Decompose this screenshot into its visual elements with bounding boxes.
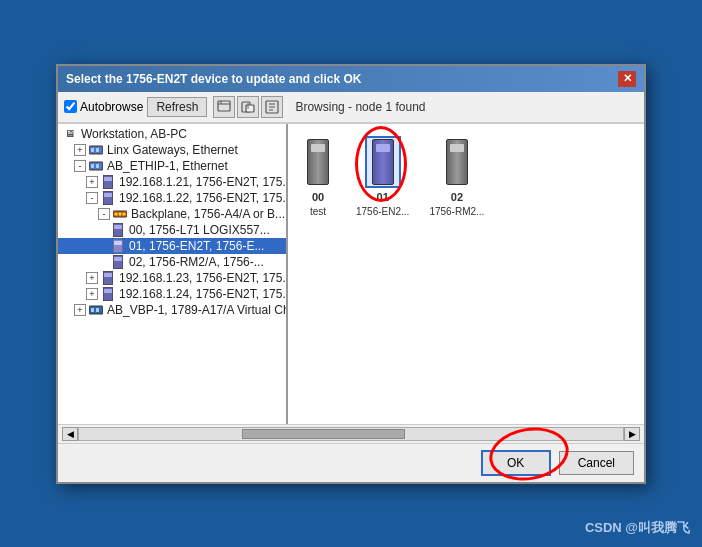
close-button[interactable]: ✕	[618, 71, 636, 87]
tree-label-workstation: Workstation, AB-PC	[81, 127, 187, 141]
svg-point-22	[119, 212, 122, 215]
device-name-02: 1756-RM2...	[429, 206, 484, 217]
ip23-expand-icon[interactable]: +	[86, 272, 98, 284]
device-module-02	[446, 139, 468, 185]
svg-rect-11	[91, 148, 94, 152]
ab-vbp1-expand-icon[interactable]: +	[74, 304, 86, 316]
icon-browse1[interactable]	[213, 96, 235, 118]
dialog-title: Select the 1756-EN2T device to update an…	[66, 72, 361, 86]
icon-browse2[interactable]	[237, 96, 259, 118]
ip21-icon	[100, 175, 116, 189]
icon-browse3[interactable]	[261, 96, 283, 118]
tree-item-slot01[interactable]: 01, 1756-EN2T, 1756-E...	[58, 238, 286, 254]
tree-item-ab-ethip1[interactable]: - AB_ETHIP-1, Ethernet	[58, 158, 286, 174]
device-module-00	[307, 139, 329, 185]
browse-status: Browsing - node 1 found	[295, 100, 425, 114]
svg-rect-27	[114, 241, 122, 245]
ab-ethip1-icon	[88, 159, 104, 173]
tree-item-ip21[interactable]: + 192.168.1.21, 1756-EN2T, 175...	[58, 174, 286, 190]
svg-rect-14	[91, 164, 94, 168]
ip24-icon	[100, 287, 116, 301]
device-grid: 00 test 01 1756-EN2...	[296, 132, 636, 221]
svg-rect-29	[114, 257, 122, 261]
svg-rect-17	[104, 177, 112, 181]
device-module-01	[372, 139, 394, 185]
linx-expand-icon[interactable]: +	[74, 144, 86, 156]
toolbar-icons	[213, 96, 283, 118]
device-name-01: 1756-EN2...	[356, 206, 409, 217]
svg-rect-25	[114, 225, 122, 229]
autobrowse-checkbox[interactable]	[64, 100, 77, 113]
tree-item-workstation[interactable]: 🖥 Workstation, AB-PC	[58, 126, 286, 142]
browse2-icon	[241, 100, 255, 114]
backplane-icon	[112, 207, 128, 221]
ip24-expand-icon[interactable]: +	[86, 288, 98, 300]
autobrowse-label: Autobrowse	[80, 100, 143, 114]
device-item-01[interactable]: 01 1756-EN2...	[352, 132, 413, 221]
workstation-icon: 🖥	[62, 127, 78, 141]
device-name-00: test	[310, 206, 326, 217]
autobrowse-checkbox-label[interactable]: Autobrowse	[64, 100, 143, 114]
tree-item-ip23[interactable]: + 192.168.1.23, 1756-EN2T, 175...	[58, 270, 286, 286]
horizontal-scrollbar-area: ◀ ▶	[58, 424, 644, 443]
tree-item-slot00[interactable]: 00, 1756-L71 LOGIX557...	[58, 222, 286, 238]
tree-label-linx: Linx Gateways, Ethernet	[107, 143, 238, 157]
svg-rect-4	[246, 105, 254, 112]
left-tree-pane: 🖥 Workstation, AB-PC + Linx Gateways, Et…	[58, 124, 288, 424]
bottom-button-bar: OK Cancel	[58, 443, 644, 482]
ok-button[interactable]: OK	[481, 450, 551, 476]
svg-rect-35	[91, 308, 94, 312]
svg-point-23	[123, 212, 126, 215]
device-num-02: 02	[451, 191, 463, 203]
ip21-expand-icon[interactable]: +	[86, 176, 98, 188]
svg-rect-31	[104, 273, 112, 277]
device-num-00: 00	[312, 191, 324, 203]
tree-label-backplane: Backplane, 1756-A4/A or B...	[131, 207, 285, 221]
svg-rect-15	[96, 164, 99, 168]
slot02-icon	[110, 255, 126, 269]
slot01-icon	[110, 239, 126, 253]
tree-label-slot00: 00, 1756-L71 LOGIX557...	[129, 223, 270, 237]
ab-ethip1-expand-icon[interactable]: -	[74, 160, 86, 172]
ip23-icon	[100, 271, 116, 285]
svg-rect-33	[104, 289, 112, 293]
tree-label-ip21: 192.168.1.21, 1756-EN2T, 175...	[119, 175, 286, 189]
ip22-icon	[100, 191, 116, 205]
slot00-icon	[110, 223, 126, 237]
linx-icon	[88, 143, 104, 157]
tree-item-ip24[interactable]: + 192.168.1.24, 1756-EN2T, 175...	[58, 286, 286, 302]
tree-item-slot02[interactable]: 02, 1756-RM2/A, 1756-...	[58, 254, 286, 270]
tree-item-ab-vbp1[interactable]: + AB_VBP-1, 1789-A17/A Virtual Ch...	[58, 302, 286, 318]
tree-label-slot02: 02, 1756-RM2/A, 1756-...	[129, 255, 264, 269]
device-item-00[interactable]: 00 test	[296, 132, 340, 221]
horizontal-scrollbar[interactable]	[78, 427, 624, 441]
tree-label-ip22: 192.168.1.22, 1756-EN2T, 175...	[119, 191, 286, 205]
title-bar: Select the 1756-EN2T device to update an…	[58, 66, 644, 92]
cancel-button[interactable]: Cancel	[559, 451, 634, 475]
tree-item-ip22[interactable]: - 192.168.1.22, 1756-EN2T, 175...	[58, 190, 286, 206]
backplane-expand-icon[interactable]: -	[98, 208, 110, 220]
svg-point-21	[115, 212, 118, 215]
tree-item-backplane[interactable]: - Backplane, 1756-A4/A or B...	[58, 206, 286, 222]
main-content: 🖥 Workstation, AB-PC + Linx Gateways, Et…	[58, 123, 644, 424]
watermark-text: CSDN @叫我腾飞	[585, 519, 690, 537]
browse-icon	[217, 100, 231, 114]
device-num-01: 01	[377, 191, 389, 203]
device-icon-wrap-01	[365, 136, 401, 188]
scroll-left-btn[interactable]: ◀	[62, 427, 78, 441]
tree-label-slot01: 01, 1756-EN2T, 1756-E...	[129, 239, 264, 253]
scroll-right-btn[interactable]: ▶	[624, 427, 640, 441]
main-dialog: Select the 1756-EN2T device to update an…	[56, 64, 646, 484]
right-device-pane: 00 test 01 1756-EN2...	[288, 124, 644, 424]
svg-rect-19	[104, 193, 112, 197]
device-item-02[interactable]: 02 1756-RM2...	[425, 132, 488, 221]
svg-rect-12	[96, 148, 99, 152]
device-icon-wrap-02	[439, 136, 475, 188]
svg-rect-0	[218, 101, 230, 111]
ip22-expand-icon[interactable]: -	[86, 192, 98, 204]
tree-label-ip24: 192.168.1.24, 1756-EN2T, 175...	[119, 287, 286, 301]
tree-item-linx[interactable]: + Linx Gateways, Ethernet	[58, 142, 286, 158]
refresh-button[interactable]: Refresh	[147, 97, 207, 117]
tree-label-ip23: 192.168.1.23, 1756-EN2T, 175...	[119, 271, 286, 285]
tree-label-ab-vbp1: AB_VBP-1, 1789-A17/A Virtual Ch...	[107, 303, 286, 317]
